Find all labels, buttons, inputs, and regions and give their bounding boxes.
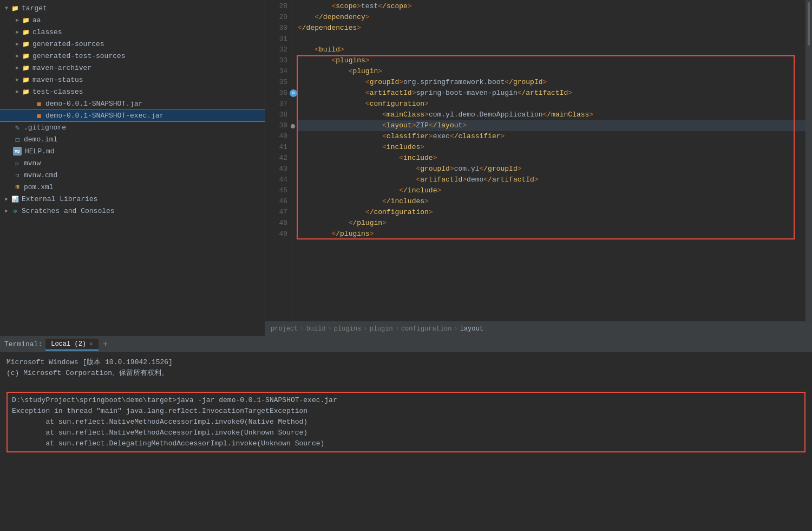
sidebar-item-help-md[interactable]: ▶ MD HELP.md [0,145,265,157]
expand-arrow-target[interactable]: ▼ [2,4,11,12]
code-line-47: </configuration> [298,207,806,218]
code-line-39: <layout>ZIP</layout> [298,120,806,131]
terminal-red-outline: D:\studyProject\springboot\demo\target>j… [6,392,806,452]
line-num-45: 45 [265,185,287,196]
expand-arrow-maven-archiver[interactable]: ▶ [13,63,22,72]
terminal-tab-local[interactable]: Local (2) ✕ [45,339,98,351]
sidebar-item-demo-iml[interactable]: ▶ ◻ demo.iml [0,133,265,145]
terminal-line-cmd: D:\studyProject\springboot\demo\target>j… [12,395,800,406]
code-line-46: </includes> [298,196,806,207]
terminal-line-at2: at sun.reflect.NativeMethodAccessorImpl.… [12,428,800,438]
sidebar-item-generated-sources[interactable]: ▶ 📁 generated-sources [0,38,265,50]
sidebar-item-external-libs[interactable]: ▶ 📊 External Libraries [0,193,265,205]
folder-icon-maven-archiver: 📁 [22,63,30,72]
terminal-tab-label-local: Local (2) [51,340,86,348]
sidebar-item-demo-jar[interactable]: ▶ ◼ demo-0.0.1-SNAPSHOT.jar [0,98,265,109]
line-num-39: 39 [265,120,287,131]
line-num-35: 35 [265,77,287,88]
folder-icon-aa: 📁 [22,16,30,24]
line-num-40: 40 [265,131,287,142]
terminal-line-at1: at sun.reflect.NativeMethodAccessorImpl.… [12,417,800,428]
line-num-44: 44 [265,174,287,185]
mvnw-icon: ▷ [13,159,22,167]
sidebar-item-aa[interactable]: ▶ 📁 aa [0,14,265,26]
line-num-30: 30 [265,23,287,34]
code-line-31 [298,34,806,44]
sidebar-item-classes[interactable]: ▶ 📁 classes [0,26,265,38]
scratch-icon: ⊕ [11,206,19,215]
expand-arrow-classes[interactable]: ▶ [13,28,22,36]
jar-icon-demo: ◼ [35,99,43,108]
sidebar-item-pom-xml[interactable]: ▶ m pom.xml [0,181,265,193]
line-num-34: 34 [265,66,287,77]
mvnw-cmd-icon: ◻ [13,171,22,179]
code-line-30: </dependencies> [298,23,806,34]
code-line-38: <mainClass>com.yl.demo.DemoApplication</… [298,109,806,120]
main-area: ▼ 📁 target ▶ 📁 aa ▶ 📁 classes ▶ 📁 genera… [0,0,812,336]
code-line-29: </dependency> [298,12,806,23]
line-numbers: 282930313233343536⚙373839404142434445464… [265,0,292,321]
sidebar-item-maven-status[interactable]: ▶ 📁 maven-status [0,74,265,86]
folder-icon-target: 📁 [11,4,19,12]
code-line-32: <build> [298,44,806,55]
expand-arrow-ext-libs[interactable]: ▶ [2,195,11,203]
breadcrumb: project › build › plugins › plugin › con… [265,321,812,336]
terminal-line-at3: at sun.reflect.DelegatingMethodAccessorI… [12,438,800,449]
line-num-43: 43 [265,164,287,174]
xml-icon: m [13,183,22,191]
terminal-line-1: Microsoft Windows [版本 10.0.19042.1526] [6,357,806,368]
expand-arrow-gen-sources[interactable]: ▶ [13,40,22,48]
line-num-46: 46 [265,196,287,207]
expand-arrow-aa[interactable]: ▶ [13,16,22,24]
breadcrumb-configuration[interactable]: configuration [401,325,452,333]
code-line-42: <include> [298,153,806,164]
terminal-content[interactable]: Microsoft Windows [版本 10.0.19042.1526] (… [0,353,812,531]
folder-icon-maven-status: 📁 [22,75,30,84]
folder-icon-test-classes: 📁 [22,87,30,96]
line-num-31: 31 [265,34,287,44]
sidebar-item-scratches[interactable]: ▶ ⊕ Scratches and Consoles [0,205,265,217]
expand-arrow-gen-test-sources[interactable]: ▶ [13,51,22,60]
breadcrumb-sep-5: › [454,325,458,333]
expand-arrow-test-classes[interactable]: ▶ [13,87,22,96]
sidebar-item-gitignore[interactable]: ▶ ✎ .gitignore [0,121,265,133]
folder-icon-gen-test-sources: 📁 [22,51,30,60]
breadcrumb-sep-4: › [395,325,399,333]
md-icon: MD [13,147,22,156]
line-num-29: 29 [265,12,287,23]
sidebar-item-mvnw[interactable]: ▶ ▷ mvnw [0,157,265,169]
breadcrumb-plugin[interactable]: plugin [369,325,392,333]
code-line-45: </include> [298,185,806,196]
line-num-41: 41 [265,142,287,153]
vertical-scrollbar[interactable] [806,0,812,321]
terminal-tab-close[interactable]: ✕ [89,340,93,347]
expand-arrow-maven-status[interactable]: ▶ [13,75,22,84]
terminal-add-button[interactable]: + [101,340,110,349]
line-num-47: 47 [265,207,287,218]
code-line-28: <scope>test</scope> [298,1,806,12]
breadcrumb-plugins[interactable]: plugins [334,325,361,333]
sidebar-item-demo-exec-jar[interactable]: ▶ ◼ demo-0.0.1-SNAPSHOT-exec.jar [0,109,265,121]
code-line-33: <plugins> [298,55,806,66]
terminal-tab-bar: Terminal: Local (2) ✕ + [0,336,812,353]
sidebar: ▼ 📁 target ▶ 📁 aa ▶ 📁 classes ▶ 📁 genera… [0,0,265,336]
sidebar-item-label: target [22,4,47,12]
code-editor[interactable]: <scope>test</scope> </dependency></depen… [292,0,806,321]
breadcrumb-project[interactable]: project [271,325,298,333]
breadcrumb-build[interactable]: build [306,325,326,333]
code-line-41: <includes> [298,142,806,153]
line-num-36: 36⚙ [265,88,287,99]
editor-wrapper: 282930313233343536⚙373839404142434445464… [265,0,812,321]
expand-arrow-scratches[interactable]: ▶ [2,206,11,215]
sidebar-item-maven-archiver[interactable]: ▶ 📁 maven-archiver [0,62,265,74]
line-num-37: 37 [265,99,287,109]
sidebar-item-test-classes[interactable]: ▶ 📁 test-classes [0,86,265,98]
breadcrumb-sep-2: › [328,325,332,333]
breadcrumb-layout[interactable]: layout [460,325,483,333]
sidebar-item-generated-test-sources[interactable]: ▶ 📁 generated-test-sources [0,50,265,62]
line-num-38: 38 [265,109,287,120]
sidebar-item-mvnw-cmd[interactable]: ▶ ◻ mvnw.cmd [0,169,265,181]
breadcrumb-sep-3: › [363,325,367,333]
iml-icon: ◻ [13,135,22,144]
sidebar-item-target[interactable]: ▼ 📁 target [0,2,265,14]
